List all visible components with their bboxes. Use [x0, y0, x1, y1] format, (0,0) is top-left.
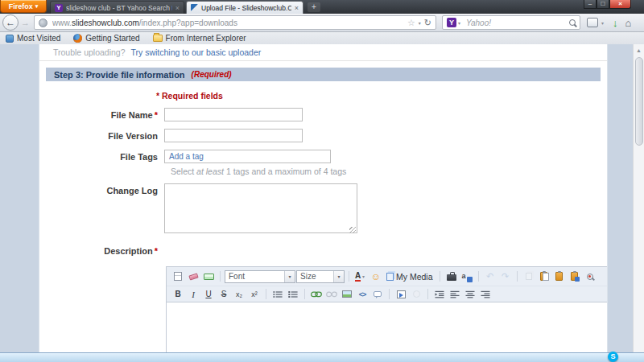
chevron-down-icon[interactable]: ▾ [333, 271, 344, 282]
skype-icon[interactable]: S [608, 352, 618, 362]
chevron-down-icon: ▾ [601, 20, 604, 26]
required-asterisk: * [155, 246, 158, 256]
file-name-row: File Name* [39, 108, 607, 121]
font-select[interactable]: Font ▾ [225, 270, 295, 283]
italic-button[interactable]: I [186, 287, 200, 301]
indent-icon [435, 290, 444, 298]
basic-uploader-link[interactable]: Try switching to our basic uploader [130, 47, 261, 57]
close-window-button[interactable]: × [609, 0, 631, 9]
remove-format-button[interactable] [186, 269, 200, 283]
change-log-wrap [164, 183, 357, 237]
underline-button[interactable]: U [201, 287, 216, 301]
unlink-button[interactable] [324, 287, 339, 301]
file-tags-field[interactable]: Add a tag [164, 150, 331, 163]
chevron-down-icon[interactable]: ▾ [419, 20, 421, 26]
find-replace-button[interactable] [583, 269, 597, 283]
firefox-menu-button[interactable]: Firefox ▾ [0, 0, 47, 13]
redo-icon: ↷ [502, 271, 509, 282]
align-center-button[interactable] [463, 287, 477, 301]
separator [304, 289, 305, 299]
maximize-button[interactable]: □ [597, 0, 609, 9]
yahoo-search-icon[interactable]: Y [447, 18, 456, 27]
tab-upload-file[interactable]: Upload File - Slideshowclub.Com × [186, 1, 303, 14]
scroll-up-icon[interactable]: ▲ [634, 44, 644, 56]
file-version-field[interactable] [164, 129, 303, 142]
align-left-button[interactable] [448, 287, 462, 301]
redo-button[interactable]: ↷ [498, 269, 513, 283]
url-www: www. [52, 19, 72, 27]
font-color-button[interactable]: A▾ [353, 269, 368, 283]
bookmarks-panel-button[interactable]: ▾ [587, 18, 605, 27]
bullet-list-icon [273, 290, 283, 298]
insert-quote-button[interactable] [370, 287, 385, 301]
superscript-button[interactable]: x² [247, 287, 262, 301]
strikethrough-button[interactable]: S [217, 287, 231, 301]
keyboard-button[interactable] [201, 269, 216, 283]
description-editor-area[interactable]: ▾ [167, 302, 608, 352]
required-asterisk: * [155, 110, 158, 120]
align-right-button[interactable] [478, 287, 493, 301]
bullet-list-button[interactable] [270, 287, 285, 301]
separator [220, 271, 221, 282]
new-tab-button[interactable]: + [308, 2, 320, 12]
step-header: Step 3: Provide file information (Requir… [46, 68, 601, 81]
change-log-field[interactable] [164, 183, 357, 233]
bookmark-star-icon[interactable]: ☆ [407, 18, 415, 28]
scrollbar-thumb[interactable] [635, 57, 643, 146]
bookmark-most-visited[interactable]: Most Visited [6, 34, 60, 43]
emoticons-button[interactable]: ☺ [369, 269, 383, 283]
url-bar[interactable]: www.slideshowclub.com/index.php?app=down… [34, 15, 436, 30]
briefcase-icon [447, 274, 456, 281]
close-icon[interactable]: × [175, 4, 180, 12]
forward-button[interactable]: → [21, 18, 30, 27]
editor-page-button[interactable] [171, 269, 185, 283]
indent-button[interactable] [432, 287, 447, 301]
insert-image-button[interactable] [340, 287, 354, 301]
insert-link-button[interactable] [309, 287, 324, 301]
my-media-button[interactable]: My Media [384, 269, 436, 283]
subscript-button[interactable]: x₂ [232, 287, 246, 301]
file-name-label: File Name* [39, 108, 164, 120]
step-required-badge: (Required) [192, 70, 232, 79]
bookmark-getting-started[interactable]: Getting Started [73, 34, 139, 43]
page-viewport: Trouble uploading? Try switching to our … [0, 44, 644, 352]
file-version-label: File Version [39, 129, 164, 141]
separator [389, 289, 390, 299]
minimize-button[interactable]: – [584, 0, 597, 9]
paste-word-button[interactable] [568, 269, 582, 283]
numbered-list-button[interactable] [286, 287, 300, 301]
home-icon[interactable]: ⌂ [625, 17, 632, 29]
insert-code-button[interactable]: <> [355, 287, 369, 301]
url-domain: slideshowclub.com [72, 19, 139, 27]
search-icon[interactable] [569, 19, 576, 26]
site-identity-icon[interactable] [39, 19, 47, 27]
back-button[interactable]: ← [2, 14, 19, 31]
quote-icon [374, 291, 382, 297]
horizontal-rule-button[interactable] [409, 287, 423, 301]
copy-icon [526, 273, 532, 280]
paste-plain-icon [555, 272, 563, 281]
special-char-button[interactable]: a [460, 269, 474, 283]
paste-plain-button[interactable] [552, 269, 567, 283]
resize-grip-icon[interactable] [349, 227, 356, 233]
search-input[interactable]: Y ▾ Yahoo! [442, 15, 580, 30]
toolbox-button[interactable] [444, 269, 459, 283]
chevron-down-icon[interactable]: ▾ [284, 271, 295, 282]
page-scrollbar[interactable]: ▲ [633, 44, 644, 352]
file-name-field[interactable] [164, 108, 303, 121]
bookmark-folder-from-ie[interactable]: From Internet Explorer [153, 34, 246, 43]
paste-button[interactable] [537, 269, 551, 283]
add-tag-link[interactable]: Add a tag [169, 152, 204, 161]
chevron-down-icon[interactable]: ▾ [458, 20, 460, 26]
close-icon[interactable]: × [295, 4, 299, 12]
downloads-icon[interactable]: ↓ [613, 17, 618, 29]
undo-button[interactable]: ↶ [483, 269, 497, 283]
text-direction-button[interactable] [394, 287, 408, 301]
tab-yahoo-search[interactable]: Y slideshow club - BT Yahoo Search Re...… [50, 1, 184, 14]
align-left-icon [450, 290, 460, 298]
bold-button[interactable]: B [171, 287, 185, 301]
copy-button[interactable] [522, 269, 536, 283]
size-select[interactable]: Size ▾ [296, 270, 345, 283]
hr-icon [413, 290, 420, 298]
reload-icon[interactable]: ↻ [424, 18, 431, 28]
